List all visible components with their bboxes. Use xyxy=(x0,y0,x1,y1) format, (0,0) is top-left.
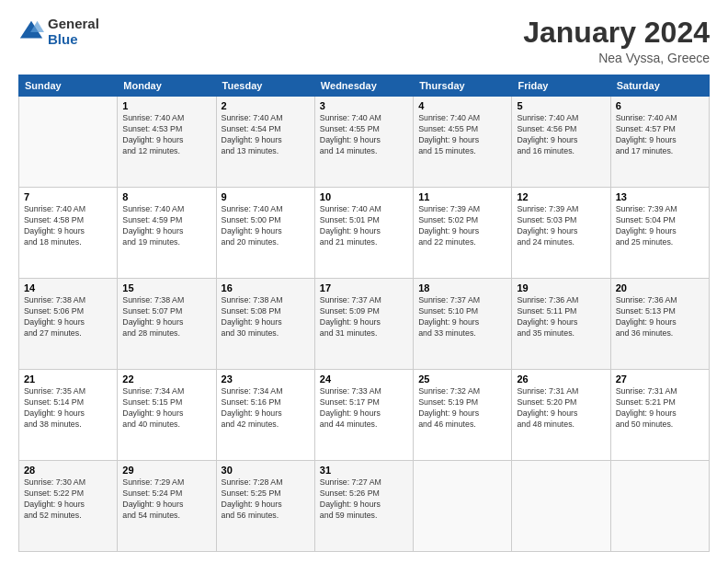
calendar-cell: 6Sunrise: 7:40 AMSunset: 4:57 PMDaylight… xyxy=(610,97,709,188)
day-number: 12 xyxy=(517,191,605,202)
day-info: Sunrise: 7:39 AMSunset: 5:04 PMDaylight:… xyxy=(616,204,704,248)
calendar-cell: 15Sunrise: 7:38 AMSunset: 5:07 PMDayligh… xyxy=(118,279,216,370)
day-info: Sunrise: 7:40 AMSunset: 4:57 PMDaylight:… xyxy=(616,113,704,157)
day-info: Sunrise: 7:30 AMSunset: 5:22 PMDaylight:… xyxy=(24,477,112,522)
day-info: Sunrise: 7:36 AMSunset: 5:13 PMDaylight:… xyxy=(616,295,704,339)
calendar-header-sunday: Sunday xyxy=(19,75,118,97)
calendar-cell xyxy=(19,97,118,188)
day-number: 1 xyxy=(122,100,210,111)
title-block: January 2024 Nea Vyssa, Greece xyxy=(523,17,710,65)
calendar-cell: 14Sunrise: 7:38 AMSunset: 5:06 PMDayligh… xyxy=(19,279,118,370)
calendar-cell: 7Sunrise: 7:40 AMSunset: 4:58 PMDaylight… xyxy=(19,188,118,279)
calendar-cell: 13Sunrise: 7:39 AMSunset: 5:04 PMDayligh… xyxy=(610,188,709,279)
calendar-header-tuesday: Tuesday xyxy=(216,75,314,97)
day-number: 22 xyxy=(122,373,210,385)
day-number: 23 xyxy=(222,373,310,385)
day-info: Sunrise: 7:31 AMSunset: 5:20 PMDaylight:… xyxy=(517,386,605,431)
day-number: 6 xyxy=(616,100,704,111)
calendar-cell: 20Sunrise: 7:36 AMSunset: 5:13 PMDayligh… xyxy=(610,279,709,370)
calendar-cell: 21Sunrise: 7:35 AMSunset: 5:14 PMDayligh… xyxy=(19,370,118,461)
calendar-cell: 2Sunrise: 7:40 AMSunset: 4:54 PMDaylight… xyxy=(216,97,314,188)
calendar-header-saturday: Saturday xyxy=(610,75,709,97)
calendar-body: 1Sunrise: 7:40 AMSunset: 4:53 PMDaylight… xyxy=(19,97,710,552)
calendar-header-friday: Friday xyxy=(512,75,610,97)
day-number: 24 xyxy=(320,373,408,385)
day-info: Sunrise: 7:40 AMSunset: 4:58 PMDaylight:… xyxy=(24,204,112,248)
day-info: Sunrise: 7:40 AMSunset: 4:55 PMDaylight:… xyxy=(320,113,408,157)
calendar-cell: 30Sunrise: 7:28 AMSunset: 5:25 PMDayligh… xyxy=(216,461,314,552)
day-info: Sunrise: 7:38 AMSunset: 5:08 PMDaylight:… xyxy=(222,295,310,339)
day-number: 25 xyxy=(418,373,506,385)
calendar-cell: 25Sunrise: 7:32 AMSunset: 5:19 PMDayligh… xyxy=(414,370,512,461)
calendar-cell: 26Sunrise: 7:31 AMSunset: 5:20 PMDayligh… xyxy=(512,370,610,461)
calendar-cell: 9Sunrise: 7:40 AMSunset: 5:00 PMDaylight… xyxy=(216,188,314,279)
day-number: 7 xyxy=(24,191,112,202)
logo: General Blue xyxy=(18,17,99,47)
calendar-cell: 10Sunrise: 7:40 AMSunset: 5:01 PMDayligh… xyxy=(314,188,413,279)
day-number: 5 xyxy=(517,100,605,111)
calendar-cell: 16Sunrise: 7:38 AMSunset: 5:08 PMDayligh… xyxy=(216,279,314,370)
day-info: Sunrise: 7:37 AMSunset: 5:09 PMDaylight:… xyxy=(320,295,408,339)
calendar-page: General Blue January 2024 Nea Vyssa, Gre… xyxy=(0,0,728,563)
day-info: Sunrise: 7:37 AMSunset: 5:10 PMDaylight:… xyxy=(418,295,506,339)
day-info: Sunrise: 7:34 AMSunset: 5:15 PMDaylight:… xyxy=(122,386,210,431)
calendar-header-wednesday: Wednesday xyxy=(314,75,413,97)
calendar-cell: 4Sunrise: 7:40 AMSunset: 4:55 PMDaylight… xyxy=(414,97,512,188)
calendar-cell: 27Sunrise: 7:31 AMSunset: 5:21 PMDayligh… xyxy=(610,370,709,461)
day-number: 26 xyxy=(517,373,605,385)
day-number: 13 xyxy=(616,191,704,202)
day-number: 21 xyxy=(24,373,112,385)
calendar-header-thursday: Thursday xyxy=(414,75,512,97)
calendar-cell: 1Sunrise: 7:40 AMSunset: 4:53 PMDaylight… xyxy=(118,97,216,188)
day-info: Sunrise: 7:35 AMSunset: 5:14 PMDaylight:… xyxy=(24,386,112,431)
calendar-header-monday: Monday xyxy=(118,75,216,97)
day-number: 15 xyxy=(122,282,210,293)
day-number: 8 xyxy=(122,191,210,202)
calendar-row-4: 21Sunrise: 7:35 AMSunset: 5:14 PMDayligh… xyxy=(19,370,710,461)
calendar-cell: 23Sunrise: 7:34 AMSunset: 5:16 PMDayligh… xyxy=(216,370,314,461)
day-info: Sunrise: 7:40 AMSunset: 4:53 PMDaylight:… xyxy=(122,113,210,157)
logo-general: General xyxy=(48,17,99,32)
day-number: 27 xyxy=(616,373,704,385)
day-info: Sunrise: 7:29 AMSunset: 5:24 PMDaylight:… xyxy=(122,477,210,522)
calendar-cell: 12Sunrise: 7:39 AMSunset: 5:03 PMDayligh… xyxy=(512,188,610,279)
calendar-row-1: 1Sunrise: 7:40 AMSunset: 4:53 PMDaylight… xyxy=(19,97,710,188)
calendar-cell: 18Sunrise: 7:37 AMSunset: 5:10 PMDayligh… xyxy=(414,279,512,370)
day-number: 10 xyxy=(320,191,408,202)
calendar-cell: 3Sunrise: 7:40 AMSunset: 4:55 PMDaylight… xyxy=(314,97,413,188)
logo-text: General Blue xyxy=(48,17,99,47)
logo-blue: Blue xyxy=(48,32,99,48)
calendar-row-3: 14Sunrise: 7:38 AMSunset: 5:06 PMDayligh… xyxy=(19,279,710,370)
calendar-cell: 28Sunrise: 7:30 AMSunset: 5:22 PMDayligh… xyxy=(19,461,118,552)
day-info: Sunrise: 7:34 AMSunset: 5:16 PMDaylight:… xyxy=(222,386,310,431)
calendar-cell: 5Sunrise: 7:40 AMSunset: 4:56 PMDaylight… xyxy=(512,97,610,188)
day-info: Sunrise: 7:40 AMSunset: 4:56 PMDaylight:… xyxy=(517,113,605,157)
day-info: Sunrise: 7:27 AMSunset: 5:26 PMDaylight:… xyxy=(320,477,408,522)
calendar-cell: 22Sunrise: 7:34 AMSunset: 5:15 PMDayligh… xyxy=(118,370,216,461)
day-info: Sunrise: 7:36 AMSunset: 5:11 PMDaylight:… xyxy=(517,295,605,339)
calendar-row-2: 7Sunrise: 7:40 AMSunset: 4:58 PMDaylight… xyxy=(19,188,710,279)
calendar-cell: 31Sunrise: 7:27 AMSunset: 5:26 PMDayligh… xyxy=(314,461,413,552)
calendar-cell: 11Sunrise: 7:39 AMSunset: 5:02 PMDayligh… xyxy=(414,188,512,279)
day-info: Sunrise: 7:33 AMSunset: 5:17 PMDaylight:… xyxy=(320,386,408,431)
day-info: Sunrise: 7:39 AMSunset: 5:02 PMDaylight:… xyxy=(418,204,506,248)
day-number: 3 xyxy=(320,100,408,111)
calendar-cell: 19Sunrise: 7:36 AMSunset: 5:11 PMDayligh… xyxy=(512,279,610,370)
day-number: 4 xyxy=(418,100,506,111)
day-number: 18 xyxy=(418,282,506,293)
day-info: Sunrise: 7:40 AMSunset: 4:54 PMDaylight:… xyxy=(222,113,310,157)
calendar-cell: 24Sunrise: 7:33 AMSunset: 5:17 PMDayligh… xyxy=(314,370,413,461)
day-info: Sunrise: 7:40 AMSunset: 5:00 PMDaylight:… xyxy=(222,204,310,248)
day-number: 20 xyxy=(616,282,704,293)
day-info: Sunrise: 7:31 AMSunset: 5:21 PMDaylight:… xyxy=(616,386,704,431)
day-info: Sunrise: 7:40 AMSunset: 5:01 PMDaylight:… xyxy=(320,204,408,248)
day-number: 16 xyxy=(222,282,310,293)
day-number: 11 xyxy=(418,191,506,202)
calendar-cell: 29Sunrise: 7:29 AMSunset: 5:24 PMDayligh… xyxy=(118,461,216,552)
day-info: Sunrise: 7:38 AMSunset: 5:07 PMDaylight:… xyxy=(122,295,210,339)
day-number: 14 xyxy=(24,282,112,293)
calendar-cell: 8Sunrise: 7:40 AMSunset: 4:59 PMDaylight… xyxy=(118,188,216,279)
calendar-row-5: 28Sunrise: 7:30 AMSunset: 5:22 PMDayligh… xyxy=(19,461,710,552)
day-info: Sunrise: 7:39 AMSunset: 5:03 PMDaylight:… xyxy=(517,204,605,248)
day-info: Sunrise: 7:40 AMSunset: 4:59 PMDaylight:… xyxy=(122,204,210,248)
